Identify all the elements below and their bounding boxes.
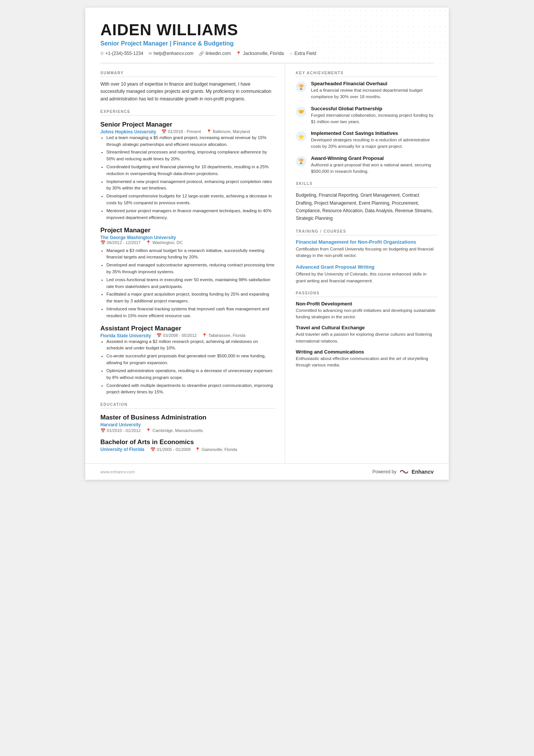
phone-icon: ✆ bbox=[100, 51, 104, 56]
right-column: KEY ACHIEVEMENTS 🏆 Spearheaded Financial… bbox=[285, 63, 449, 463]
job-bullets-2: Managed a $3 million annual budget for a… bbox=[100, 247, 276, 319]
pin-icon-2: 📍 bbox=[146, 240, 151, 245]
footer-website: www.enhancv.com bbox=[100, 470, 135, 474]
job-org-1: Johns Hopkins University bbox=[100, 129, 156, 135]
enhancv-logo-icon bbox=[399, 468, 409, 475]
edu-dates-2: 📅 01/2005 - 01/2009 bbox=[150, 447, 190, 452]
job-location-3: 📍 Tallahassee, Florida bbox=[202, 333, 245, 338]
calendar-icon-1: 📅 bbox=[161, 129, 167, 134]
bullet-2-4: Facilitated a major grant acquisition pr… bbox=[106, 291, 276, 305]
linkedin-text: linkedin.com bbox=[206, 51, 231, 56]
bullet-2-2: Developed and managed subcontractor agre… bbox=[106, 262, 276, 275]
pin-icon-edu1: 📍 bbox=[146, 428, 151, 433]
passion-desc-1: Committed to advancing non-profit initia… bbox=[296, 307, 437, 321]
job-meta-1: Johns Hopkins University 📅 01/2018 - Pre… bbox=[100, 129, 276, 135]
main-content: SUMMARY With over 10 years of expertise … bbox=[85, 63, 449, 463]
footer-brand: Powered by Enhancv bbox=[372, 468, 434, 475]
bullet-1-4: Implemented a new project management pro… bbox=[106, 178, 276, 192]
edu-dates-1: 📅 01/2010 - 01/2012 bbox=[100, 428, 141, 433]
job-meta-2b: 📅 06/2012 - 12/2017 📍 Washington, DC bbox=[100, 240, 276, 245]
training-desc-1: Certification from Cornell University fo… bbox=[296, 246, 437, 259]
contact-extra: ☆ Extra Field bbox=[289, 51, 316, 56]
achievement-content-2: Successful Global Partnership Forged int… bbox=[311, 106, 437, 125]
job-bullets-3: Assisted in managing a $2 million resear… bbox=[100, 338, 276, 396]
passion-title-3: Writing and Communications bbox=[296, 349, 437, 355]
contact-location: 📍 Jacksonville, Florida bbox=[236, 51, 284, 56]
bullet-1-3: Coordinated budgeting and financial plan… bbox=[106, 164, 276, 177]
job-meta-3: Florida State University 📅 03/2008 - 05/… bbox=[100, 333, 276, 338]
experience-section-title: EXPERIENCE bbox=[100, 110, 276, 116]
job-entry-1: Senior Project Manager Johns Hopkins Uni… bbox=[100, 121, 276, 221]
job-location-1: 📍 Baltimore, Maryland bbox=[206, 129, 250, 134]
training-title-1: Financial Management for Non-Profit Orga… bbox=[296, 239, 437, 245]
achievement-content-1: Spearheaded Financial Overhaul Led a fin… bbox=[311, 81, 437, 100]
bullet-3-2: Co-wrote successful grant proposals that… bbox=[106, 353, 276, 366]
bullet-2-3: Led cross-functional teams in executing … bbox=[106, 277, 276, 290]
edu-entry-2: Bachelor of Arts in Economics University… bbox=[100, 438, 276, 452]
powered-by-text: Powered by bbox=[372, 469, 396, 474]
job-dates-3: 📅 03/2008 - 05/2012 bbox=[156, 333, 197, 338]
passions-section-title: PASSIONS bbox=[296, 291, 437, 297]
education-section-title: EDUCATION bbox=[100, 402, 276, 409]
contact-linkedin: 🔗 linkedin.com bbox=[199, 51, 231, 56]
achievement-title-4: Award-Winning Grant Proposal bbox=[311, 155, 437, 161]
passion-item-1: Non-Profit Development Committed to adva… bbox=[296, 301, 437, 321]
edu-org-1: Harvard University bbox=[100, 422, 276, 427]
achievement-desc-3: Developed strategies resulting in a redu… bbox=[311, 137, 437, 150]
achievement-desc-4: Authored a grant proposal that won a nat… bbox=[311, 162, 437, 175]
contact-phone: ✆ +1-(234)-555-1234 bbox=[100, 51, 143, 56]
applicant-name: AIDEN WILLIAMS bbox=[100, 21, 434, 39]
job-title-2: Project Manager bbox=[100, 227, 276, 234]
bullet-3-1: Assisted in managing a $2 million resear… bbox=[106, 338, 276, 352]
job-location-2: 📍 Washington, DC bbox=[146, 240, 183, 245]
bullet-1-1: Led a team managing a $5 million grant p… bbox=[106, 135, 276, 148]
training-desc-2: Offered by the University of Colorado, t… bbox=[296, 271, 437, 284]
footer-bar: www.enhancv.com Powered by Enhancv bbox=[85, 463, 449, 480]
training-item-1: Financial Management for Non-Profit Orga… bbox=[296, 239, 437, 259]
edu-location-1: 📍 Cambridge, Massachusetts bbox=[146, 428, 203, 433]
linkedin-icon: 🔗 bbox=[199, 51, 204, 56]
job-dates-1: 📅 01/2018 - Present bbox=[161, 129, 201, 134]
applicant-subtitle: Senior Project Manager | Finance & Budge… bbox=[100, 40, 434, 47]
passion-title-1: Non-Profit Development bbox=[296, 301, 437, 307]
passion-desc-3: Enthusiastic about effective communicati… bbox=[296, 355, 437, 369]
cal-icon-edu2: 📅 bbox=[150, 447, 156, 452]
header-section: AIDEN WILLIAMS Senior Project Manager | … bbox=[85, 8, 449, 63]
contact-email: ✉ help@enhancv.com bbox=[148, 51, 193, 56]
achievement-content-4: Award-Winning Grant Proposal Authored a … bbox=[311, 155, 437, 175]
pin-icon-edu2: 📍 bbox=[195, 447, 200, 452]
location-text: Jacksonville, Florida bbox=[243, 51, 284, 56]
achievement-item-2: 🤝 Successful Global Partnership Forged i… bbox=[296, 106, 437, 125]
job-entry-3: Assistant Project Manager Florida State … bbox=[100, 325, 276, 396]
edu-degree-1: Master of Business Administration bbox=[100, 414, 276, 421]
location-icon: 📍 bbox=[236, 51, 241, 56]
passion-desc-2: Avid traveler with a passion for explori… bbox=[296, 331, 437, 344]
achievement-desc-2: Forged international collaboration, incr… bbox=[311, 112, 437, 125]
job-entry-2: Project Manager The George Washington Un… bbox=[100, 227, 276, 319]
brand-name: Enhancv bbox=[412, 469, 434, 475]
calendar-icon-2: 📅 bbox=[100, 240, 106, 245]
cal-icon-edu1: 📅 bbox=[100, 428, 106, 433]
contact-bar: ✆ +1-(234)-555-1234 ✉ help@enhancv.com 🔗… bbox=[100, 51, 434, 56]
edu-meta-row-2: University of Florida 📅 01/2005 - 01/200… bbox=[100, 447, 276, 452]
achievement-icon-3: ⭐ bbox=[296, 131, 306, 142]
left-column: SUMMARY With over 10 years of expertise … bbox=[85, 63, 285, 463]
edu-degree-2: Bachelor of Arts in Economics bbox=[100, 438, 276, 446]
job-title-1: Senior Project Manager bbox=[100, 121, 276, 128]
email-text: help@enhancv.com bbox=[153, 51, 193, 56]
achievement-title-2: Successful Global Partnership bbox=[311, 106, 437, 111]
job-org-3: Florida State University bbox=[100, 333, 151, 338]
summary-text: With over 10 years of expertise in finan… bbox=[100, 81, 276, 103]
bullet-1-6: Mentored junior project managers in fina… bbox=[106, 208, 276, 221]
extra-text: Extra Field bbox=[295, 51, 316, 56]
extra-icon: ☆ bbox=[289, 51, 293, 56]
achievement-icon-2: 🤝 bbox=[296, 106, 306, 117]
edu-location-2: 📍 Gainesville, Florida bbox=[195, 447, 237, 452]
bullet-2-1: Managed a $3 million annual budget for a… bbox=[106, 247, 276, 261]
achievements-section-title: KEY ACHIEVEMENTS bbox=[296, 71, 437, 77]
job-meta-2: The George Washington University bbox=[100, 235, 276, 240]
passion-item-3: Writing and Communications Enthusiastic … bbox=[296, 349, 437, 369]
job-org-2: The George Washington University bbox=[100, 235, 176, 240]
bullet-3-3: Optimized administrative operations, res… bbox=[106, 368, 276, 381]
passion-title-2: Travel and Cultural Exchange bbox=[296, 325, 437, 330]
